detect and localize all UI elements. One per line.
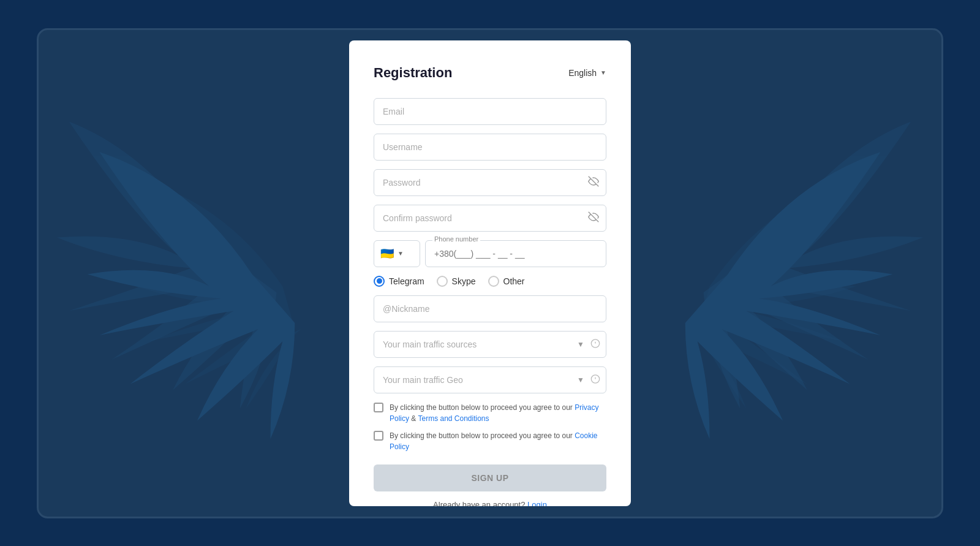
email-group: [374, 98, 606, 125]
language-selector[interactable]: English ▼: [568, 68, 606, 78]
login-section: Already have an account? Login: [374, 500, 606, 506]
language-label: English: [568, 68, 597, 78]
ukraine-flag-icon: 🇺🇦: [380, 247, 394, 260]
radio-skype-label: Skype: [452, 276, 476, 286]
monitor-frame: Registration English ▼: [37, 28, 943, 518]
radio-skype-circle: [437, 276, 448, 287]
chevron-down-icon-2: ▼: [398, 250, 404, 257]
confirm-password-group: [374, 205, 606, 232]
card-header: Registration English ▼: [374, 65, 606, 81]
password-group: [374, 169, 606, 196]
nickname-group: [374, 295, 606, 322]
traffic-sources-select[interactable]: Your main traffic sources: [374, 331, 606, 358]
signup-button[interactable]: SIGN UP: [374, 464, 606, 491]
cookie-checkbox[interactable]: [374, 431, 383, 441]
already-account-text: Already have an account?: [433, 500, 525, 506]
confirm-password-input[interactable]: [374, 205, 606, 232]
radio-telegram-label: Telegram: [389, 276, 424, 286]
radio-telegram[interactable]: Telegram: [374, 276, 424, 287]
eye-off-icon[interactable]: [588, 176, 599, 189]
phone-input[interactable]: [425, 240, 606, 267]
chevron-down-icon: ▼: [600, 69, 606, 76]
cookie-checkbox-group: By clicking the button below to proceed …: [374, 430, 606, 452]
phone-group: 🇺🇦 ▼ Phone number: [374, 240, 606, 267]
radio-other-label: Other: [503, 276, 525, 286]
nickname-input[interactable]: [374, 295, 606, 322]
info-icon[interactable]: [590, 338, 600, 350]
username-input[interactable]: [374, 134, 606, 161]
terms-link[interactable]: Terms and Conditions: [418, 414, 489, 423]
password-input[interactable]: [374, 169, 606, 196]
messenger-radio-group: Telegram Skype Other: [374, 276, 606, 287]
traffic-sources-group: Your main traffic sources ▼: [374, 331, 606, 358]
country-selector[interactable]: 🇺🇦 ▼: [374, 240, 420, 267]
cookie-policy-link[interactable]: Cookie Policy: [390, 431, 598, 451]
privacy-checkbox[interactable]: [374, 403, 383, 412]
login-link[interactable]: Login: [527, 500, 547, 506]
privacy-text: By clicking the button below to proceed …: [390, 402, 606, 424]
traffic-geo-select[interactable]: Your main traffic Geo: [374, 366, 606, 393]
radio-telegram-circle: [374, 276, 385, 287]
username-group: [374, 134, 606, 161]
radio-other-circle: [488, 276, 499, 287]
radio-other[interactable]: Other: [488, 276, 525, 287]
phone-label: Phone number: [432, 235, 480, 243]
eye-off-icon-2[interactable]: [588, 211, 599, 225]
page-title: Registration: [374, 65, 452, 81]
email-input[interactable]: [374, 98, 606, 125]
privacy-checkbox-group: By clicking the button below to proceed …: [374, 402, 606, 424]
cookie-text: By clicking the button below to proceed …: [390, 430, 606, 452]
traffic-geo-group: Your main traffic Geo ▼: [374, 366, 606, 393]
registration-card: Registration English ▼: [349, 40, 631, 506]
info-icon-2[interactable]: [590, 374, 600, 385]
radio-skype[interactable]: Skype: [437, 276, 476, 287]
phone-input-wrap: Phone number: [425, 240, 606, 267]
